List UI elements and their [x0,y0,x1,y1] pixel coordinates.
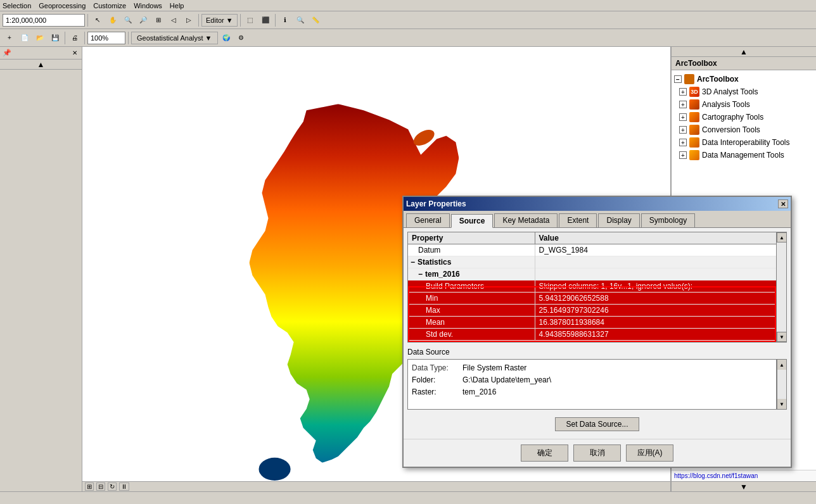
apply-button[interactable]: 应用(A) [626,444,673,462]
toc-scroll-up[interactable]: ▲ [0,60,82,70]
plus-conversion-icon[interactable]: + [679,126,687,134]
menu-geoprocessing[interactable]: Geoprocessing [39,2,86,9]
ds-scroll-down[interactable]: ▼ [777,399,786,409]
sep7 [128,32,129,44]
tool-mgmt-label: Data Management Tools [702,151,784,160]
geo-btn[interactable]: 🌍 [219,31,233,45]
measure-btn[interactable]: 📏 [309,13,322,27]
cancel-button[interactable]: 取消 [573,444,621,462]
prop-max-key: Max [408,305,535,317]
scroll-up-btn[interactable]: ▲ [777,232,787,243]
open-map-btn[interactable]: 📂 [33,31,47,45]
tool-conversion-label: Conversion Tools [702,125,760,134]
analyst-extra-btn[interactable]: ⚙ [234,31,248,45]
tool-item-datamanagement[interactable]: + Data Management Tools [674,149,813,161]
tab-extent[interactable]: Extent [559,213,597,227]
toolbox-link[interactable]: https://blog.csdn.net/f1stawan [672,470,816,481]
toolbox-link-text: https://blog.csdn.net/f1stawan [674,472,758,479]
analyst-button[interactable]: Geostatistical Analyst ▼ [131,32,218,44]
plus-3d-icon[interactable]: + [679,88,687,96]
table-row: Datum D_WGS_1984 [408,244,786,256]
ds-scroll-track [777,370,786,399]
zoom-out-btn[interactable]: 🔎 [136,13,150,27]
clear-selected-btn[interactable]: ⬛ [258,13,272,27]
tool-item-conversion[interactable]: + Conversion Tools [674,123,813,136]
folder-label: Folder: [412,374,462,386]
add-data-btn[interactable]: + [3,31,16,45]
prop-stddev-key: Std dev. [408,329,535,341]
scale-input[interactable] [3,14,85,27]
tool-item-3d[interactable]: + 3D 3D Analyst Tools [674,85,813,98]
dialog-body: Property Value Datum D_WGS_1984 [404,228,791,439]
map-ctrl-zoom-in[interactable]: ⊞ [85,482,94,491]
menu-customize[interactable]: Customize [93,2,126,9]
tool-item-interop[interactable]: + Data Interoperability Tools [674,136,813,149]
prop-min-val: 5.943129062652588 [535,293,786,305]
select-features-btn[interactable]: ⬚ [243,13,257,27]
tool-3d-icon: 3D [689,87,699,97]
toc-pin-icon[interactable]: 📌 [3,49,11,57]
table-scrollbar[interactable]: ▲ ▼ [776,232,786,342]
arrow-tool[interactable]: ↖ [91,13,105,27]
col-value: Value [535,232,786,244]
right-scroll-up[interactable]: ▲ [672,47,816,57]
arctoolbox-root-label: ArcToolbox [697,75,739,84]
set-datasource-button[interactable]: Set Data Source... [555,417,639,431]
toc-panel: 📌 ✕ ▲ [0,47,82,491]
new-map-btn[interactable]: 📄 [18,31,32,45]
datasource-folder-row: Folder: G:\Data Update\tem_year\ [412,374,772,386]
menu-windows[interactable]: Windows [134,2,162,9]
print-btn[interactable]: 🖨 [68,31,82,45]
minus-icon[interactable]: − [674,75,682,83]
toc-close-btn[interactable]: ✕ [70,49,79,58]
right-scroll-down[interactable]: ▼ [672,481,816,491]
minus-tem-icon: − [418,270,423,279]
map-ctrl-zoom-out[interactable]: ⊟ [96,482,105,491]
menu-selection[interactable]: Selection [3,2,31,9]
find-btn[interactable]: 🔍 [293,13,307,27]
full-extent-btn[interactable]: ⊞ [151,13,165,27]
col-property: Property [408,232,535,244]
prop-stddev-val: 4.943855988631327 [535,329,786,341]
editor-button[interactable]: Editor ▼ [201,14,238,27]
ds-scroll-up[interactable]: ▲ [777,360,786,370]
prop-mean-val: 16.3878011938684 [535,317,786,329]
plus-interop-icon[interactable]: + [679,139,687,146]
prop-datum-val: D_WGS_1984 [535,244,786,256]
tool-analysis-icon [689,99,699,110]
tab-general[interactable]: General [406,213,450,227]
scroll-down-btn[interactable]: ▼ [777,332,787,342]
plus-cartography-icon[interactable]: + [679,113,687,121]
identify-btn[interactable]: ℹ [278,13,292,27]
sep5 [65,32,65,44]
plus-analysis-icon[interactable]: + [679,101,687,108]
zoom-input[interactable] [87,32,125,44]
zoom-next-btn[interactable]: ▷ [182,13,196,27]
dialog-close-button[interactable]: ✕ [778,199,788,208]
tab-source[interactable]: Source [451,214,494,228]
tab-display[interactable]: Display [598,213,639,227]
map-ctrl-rotate[interactable]: ↻ [108,482,117,491]
pan-tool[interactable]: ✋ [106,13,120,27]
tool-item-cartography[interactable]: + Cartography Tools [674,111,813,123]
map-ctrl-pause[interactable]: ⏸ [119,482,129,491]
tab-key-metadata[interactable]: Key Metadata [494,213,558,227]
zoom-prev-btn[interactable]: ◁ [167,13,181,27]
datasource-box: Data Type: File System Raster Folder: G:… [407,359,777,410]
arctoolbox-title: ArcToolbox [672,57,816,70]
table-row: Min 5.943129062652588 [408,293,786,305]
tab-symbology[interactable]: Symbology [641,213,695,227]
datasource-type-row: Data Type: File System Raster [412,362,772,374]
tool-item-analysis[interactable]: + Analysis Tools [674,98,813,111]
layer-properties-dialog[interactable]: Layer Properties ✕ General Source Key Me… [402,196,792,468]
prop-datum-key: Datum [408,244,535,256]
table-row: −Statistics [408,256,786,268]
datasource-scrollbar[interactable]: ▲ ▼ [777,359,787,410]
menu-help[interactable]: Help [170,2,184,9]
ok-button[interactable]: 确定 [521,444,568,462]
prop-buildparams-key: Build Parameters [408,280,535,293]
plus-mgmt-icon[interactable]: + [679,151,687,159]
save-map-btn[interactable]: 💾 [48,31,62,45]
scroll-track [777,243,786,332]
zoom-in-btn[interactable]: 🔍 [121,13,135,27]
